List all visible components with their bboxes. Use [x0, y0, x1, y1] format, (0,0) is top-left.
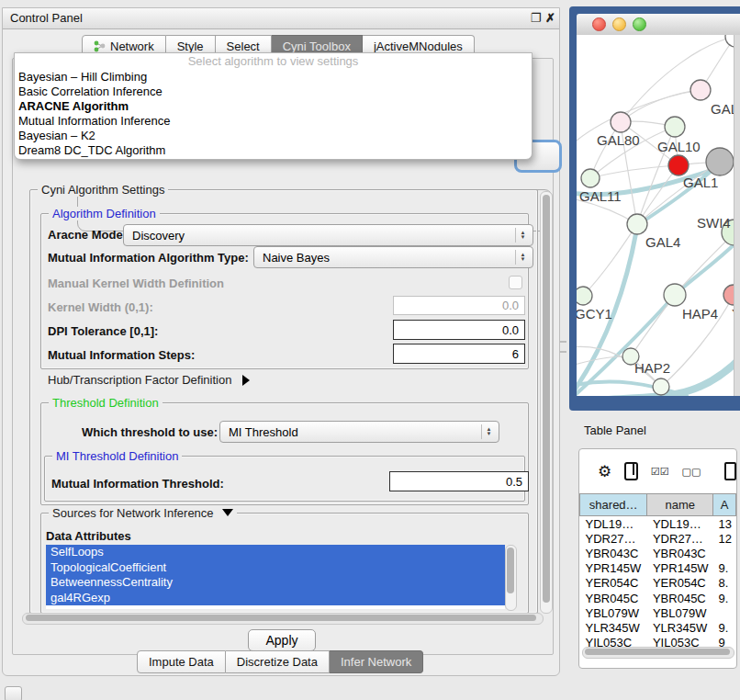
- which-threshold-label: Which threshold to use:: [82, 425, 218, 439]
- collapse-down-icon: [222, 509, 233, 516]
- tab-discretize-data[interactable]: Discretize Data: [226, 650, 330, 673]
- kernel-width-label: Kernel Width (0,1):: [48, 300, 153, 314]
- apply-button[interactable]: Apply: [248, 629, 316, 651]
- table-row[interactable]: YPR145WYPR145W9.: [580, 561, 736, 576]
- table-row[interactable]: YBL079WYBL079W: [580, 605, 736, 620]
- gear-icon[interactable]: ⚙: [598, 462, 611, 481]
- mi-steps-label: Mutual Information Steps:: [48, 348, 195, 362]
- list-item[interactable]: gal4RGexp: [46, 591, 505, 606]
- manual-kernel-width-label: Manual Kernel Width Definition: [48, 277, 224, 290]
- stepper-arrows-icon: ▲▼: [515, 228, 530, 243]
- close-window-icon[interactable]: ✗: [544, 11, 557, 25]
- dpi-tolerance-label: DPI Tolerance [0,1]:: [48, 324, 158, 338]
- node-gal1-red[interactable]: [668, 155, 689, 175]
- table-panel: ⚙ ☑☑ ▢▢ shared… name A YDL19…YDL19…13 YD…: [578, 448, 737, 669]
- table-row[interactable]: YBR043CYBR043C: [580, 546, 736, 560]
- list-item[interactable]: BetweennessCentrality: [46, 575, 505, 591]
- node-attribute-table: shared… name A YDL19…YDL19…13 YDR27…YDR2…: [579, 493, 736, 650]
- split-columns-icon[interactable]: [624, 462, 638, 480]
- minimize-traffic-light-icon[interactable]: [612, 17, 626, 31]
- network-icon: [94, 40, 106, 52]
- which-threshold-combobox[interactable]: MI Threshold ▲▼: [219, 421, 499, 443]
- settings-group-title: Cyni Algorithm Settings: [38, 183, 168, 197]
- node-label: GAL10: [657, 139, 701, 154]
- mi-threshold-field[interactable]: 0.5: [389, 471, 529, 491]
- panel-divider-grip[interactable]: [560, 341, 566, 353]
- node-gray[interactable]: [706, 148, 734, 175]
- close-traffic-light-icon[interactable]: [592, 17, 606, 31]
- node-gcy1[interactable]: [577, 287, 592, 305]
- table-toolbar: ⚙ ☑☑ ▢▢: [579, 449, 736, 493]
- settings-horizontal-scrollbar[interactable]: [22, 613, 544, 625]
- stepper-arrows-icon: ▲▼: [481, 424, 496, 439]
- algorithm-option[interactable]: Bayesian – K2: [15, 129, 532, 143]
- node-label: SWI4: [697, 215, 731, 231]
- mi-threshold-label: Mutual Information Threshold:: [51, 477, 224, 491]
- data-attributes-list[interactable]: SelfLoops TopologicalCoefficient Between…: [46, 545, 505, 609]
- node-label: GAL80: [597, 132, 640, 148]
- algorithm-option[interactable]: Mutual Information Inference: [15, 114, 532, 129]
- network-canvas[interactable]: GAL GAL80 GAL10 GAL1 GAL11 SWI4 GAL4 GCY…: [577, 35, 740, 396]
- mi-threshold-definition-title: MI Threshold Definition: [52, 449, 182, 463]
- network-vertical-scrollbar[interactable]: [734, 35, 740, 396]
- dpi-tolerance-field[interactable]: 0.0: [393, 320, 525, 340]
- table-panel-title: Table Panel: [584, 423, 646, 437]
- table-row[interactable]: YDL19…YDL19…13: [580, 516, 736, 532]
- mi-algorithm-type-combobox[interactable]: Naive Bayes ▲▼: [253, 246, 533, 268]
- screen: Control Panel ❐ ✗ Network Style Select: [0, 0, 740, 700]
- algorithm-option[interactable]: Bayesian – Hill Climbing: [15, 70, 532, 85]
- zoom-traffic-light-icon[interactable]: [633, 17, 646, 31]
- stepper-arrows-icon: ▲▼: [515, 250, 530, 265]
- algorithm-option[interactable]: Basic Correlation Inference: [15, 85, 532, 99]
- algorithm-definition-title: Algorithm Definition: [49, 207, 160, 220]
- column-header-name[interactable]: name: [647, 494, 713, 516]
- function-builder-icon[interactable]: [724, 462, 736, 480]
- aracne-mode-label: Aracne Mode:: [48, 228, 127, 242]
- tab-infer-network[interactable]: Infer Network: [330, 650, 423, 673]
- node-gal-pink[interactable]: [690, 80, 711, 100]
- node-label: GCY1: [577, 306, 612, 322]
- float-window-icon[interactable]: ❐: [529, 11, 543, 25]
- column-header-shared-name[interactable]: shared…: [580, 494, 647, 516]
- algorithm-dropdown-placeholder: Select algorithm to view settings: [15, 53, 532, 70]
- clear-checkboxes-icon[interactable]: ▢▢: [682, 466, 701, 478]
- tab-impute-data[interactable]: Impute Data: [137, 650, 226, 673]
- mi-steps-field[interactable]: 6: [393, 344, 525, 364]
- node-label: HAP2: [634, 360, 670, 376]
- list-item[interactable]: TopologicalCoefficient: [46, 560, 505, 576]
- table-horizontal-scrollbar[interactable]: [582, 647, 734, 659]
- data-attributes-label: Data Attributes: [46, 529, 131, 543]
- node-gal80[interactable]: [611, 112, 631, 132]
- node-bottom[interactable]: [653, 378, 669, 395]
- node-gal10[interactable]: [665, 117, 685, 137]
- node-gal4[interactable]: [627, 214, 647, 234]
- node-label: HAP4: [682, 306, 718, 322]
- table-row[interactable]: YLR345WYLR345W9.: [580, 620, 736, 635]
- table-row[interactable]: YBR045CYBR045C9.: [580, 591, 736, 605]
- node-gal11[interactable]: [581, 169, 600, 187]
- hub-tf-definition-toggle[interactable]: Hub/Transcription Factor Definition: [48, 373, 250, 387]
- expand-right-icon: [242, 375, 250, 386]
- node-label: GAL1: [683, 175, 718, 190]
- node-label: GAL4: [645, 234, 680, 250]
- algorithm-option[interactable]: Dream8 DC_TDC Algorithm: [15, 143, 532, 158]
- mi-algorithm-type-label: Mutual Information Algorithm Type:: [48, 251, 249, 265]
- network-view-window: GAL GAL80 GAL10 GAL1 GAL11 SWI4 GAL4 GCY…: [569, 6, 740, 411]
- algorithm-option-selected[interactable]: ARACNE Algorithm: [15, 99, 532, 114]
- algorithm-dropdown-popup: Select algorithm to view settings Bayesi…: [14, 52, 533, 160]
- aracne-mode-combobox[interactable]: Discovery ▲▼: [123, 224, 533, 246]
- attributes-scrollbar[interactable]: [505, 545, 517, 611]
- control-panel-title: Control Panel: [10, 11, 83, 25]
- table-row[interactable]: YDR27…YDR27…12: [580, 531, 736, 546]
- settings-vertical-scrollbar[interactable]: [540, 191, 553, 614]
- select-all-checkboxes-icon[interactable]: ☑☑: [651, 466, 669, 478]
- column-header-partial[interactable]: A: [713, 494, 736, 516]
- sources-group-title[interactable]: Sources for Network Inference: [49, 506, 237, 520]
- minimized-panel-button[interactable]: [5, 686, 22, 700]
- table-row[interactable]: YER054CYER054C8.: [580, 576, 736, 591]
- network-window-titlebar: [577, 14, 740, 36]
- manual-kernel-width-checkbox[interactable]: [509, 276, 522, 289]
- kernel-width-field[interactable]: 0.0: [393, 296, 525, 315]
- list-item[interactable]: SelfLoops: [46, 545, 505, 560]
- node-hap4[interactable]: [664, 284, 686, 306]
